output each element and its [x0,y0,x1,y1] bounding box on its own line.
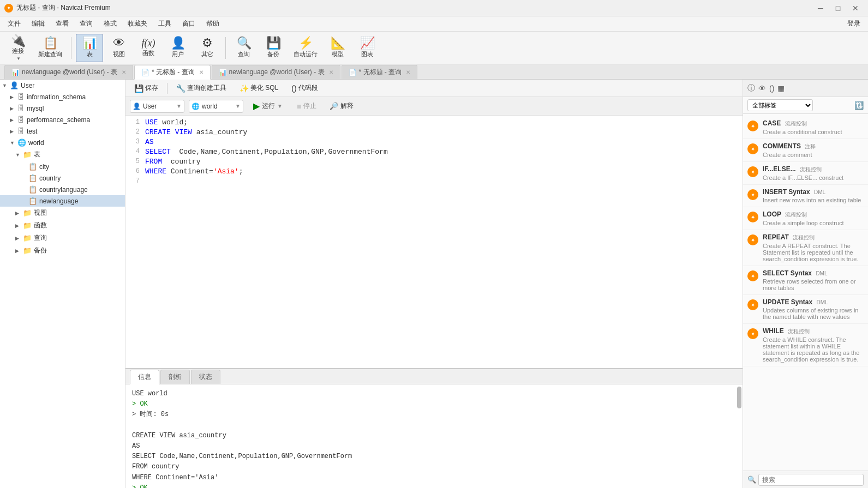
query-build-button[interactable]: 🔧 查询创建工具 [172,82,231,94]
result-tab-profile[interactable]: 剖析 [160,370,190,384]
toolbar-backup[interactable]: 💾 备份 [260,34,287,62]
minimize-button[interactable]: ─ [812,2,829,15]
tab-1-close[interactable]: ✕ [199,69,203,75]
snippet-loop-text: LOOP 流程控制 Create a simple loop construct [763,210,864,226]
db-world-label: world [202,103,218,110]
explain-button[interactable]: 🔎 解释 [325,100,358,112]
toolbar-connect[interactable]: 🔌 连接 ▼ [4,34,32,62]
sidebar-item-mysql[interactable]: ▶ 🗄 mysql [0,103,125,114]
sidebar-item-queries-folder[interactable]: ▶ 📁 查询 [0,232,125,244]
toolbar-chart[interactable]: 📈 图表 [354,34,381,62]
sidebar-item-user[interactable]: ▼ 👤 User [0,80,125,91]
sidebar-item-world[interactable]: ▼ 🌐 world [0,137,125,148]
snippet-case[interactable]: ✦ CASE 流程控制 Create a conditional constru… [743,116,868,139]
tab-1[interactable]: 📄 * 无标题 - 查询 ✕ [134,65,211,80]
views-expand: ▶ [15,210,21,216]
eye-icon[interactable]: 👁 [758,84,766,93]
result-tab-info[interactable]: 信息 [130,370,159,384]
parentheses-icon[interactable]: () [769,84,774,93]
beautify-button[interactable]: ✨ 美化 SQL [235,82,283,94]
result-line-2: > OK [132,399,729,409]
sql-editor-content[interactable]: 1 USE world; 2 CREATE VIEW asia_country … [125,116,743,189]
menu-query[interactable]: 查询 [74,17,98,31]
toolbar-query[interactable]: 🔍 查询 [230,34,258,62]
menu-edit[interactable]: 编辑 [26,17,50,31]
snippet-comments[interactable]: ✦ COMMENTS 注释 Create a comment [743,139,868,162]
sidebar-item-performance-schema[interactable]: ▶ 🗄 performance_schema [0,114,125,125]
snippet-update[interactable]: ✦ UPDATE Syntax DML Updates columns of e… [743,295,868,324]
toolbar-table[interactable]: 📊 表 [76,34,103,62]
sidebar-queries-label: 查询 [34,233,47,243]
filter-toggle-icon[interactable]: 🔃 [854,101,864,110]
toolbar-divider-2 [225,37,226,59]
sidebar-item-views-folder[interactable]: ▶ 📁 视图 [0,207,125,219]
snippet-repeat[interactable]: ✦ REPEAT 流程控制 Create A REPEAT construct.… [743,230,868,266]
toolbar-new-query[interactable]: 📋 新建查询 [34,34,67,62]
login-button[interactable]: 登录 [842,17,866,31]
toolbar-view[interactable]: 👁 视图 [105,34,133,62]
toolbar-function[interactable]: f(x) 函数 [135,34,162,62]
countrylanguage-table-icon: 📋 [28,185,37,194]
menu-help[interactable]: 帮助 [201,17,225,31]
db-select-user[interactable]: 👤 User ▼ [130,100,184,113]
stop-button[interactable]: ■ 停止 [292,100,321,112]
snippet-loop[interactable]: ✦ LOOP 流程控制 Create a simple loop constru… [743,207,868,230]
tab-2[interactable]: 📊 newlanguage @world (User) - 表 ✕ [212,65,340,79]
other-label: 其它 [201,50,213,58]
menu-format[interactable]: 格式 [98,17,122,31]
tab-0[interactable]: 📊 newlanguage @world (User) - 表 ✕ [4,65,133,79]
snippet-ifelse[interactable]: ✦ IF...ELSE... 流程控制 Create a IF...ELSE..… [743,162,868,185]
right-panel-search: 🔍 [743,471,868,488]
menu-favorites[interactable]: 收藏夹 [122,17,153,31]
toolbar-autorun[interactable]: ⚡ 自动运行 [289,34,322,62]
table-view-icon[interactable]: ▦ [777,84,785,93]
result-line-10: > OK [132,483,729,488]
snippet-insert[interactable]: ✦ INSERT Syntax DML Insert new rows into… [743,185,868,207]
maximize-button[interactable]: □ [830,2,846,15]
menu-file[interactable]: 文件 [2,17,26,31]
search-input[interactable] [758,474,864,486]
mysql-expand: ▶ [10,106,15,111]
close-button[interactable]: ✕ [847,2,864,15]
snippet-select[interactable]: ✦ SELECT Syntax DML Retrieve rows select… [743,266,868,295]
sql-editor[interactable]: 1 USE world; 2 CREATE VIEW asia_country … [125,116,743,368]
sidebar-item-city[interactable]: 📋 city [0,161,125,172]
tab-3-close[interactable]: ✕ [406,69,410,75]
sidebar-item-backups-folder[interactable]: ▶ 📁 备份 [0,244,125,257]
toolbar-user[interactable]: 👤 用户 [164,34,191,62]
sidebar-item-country[interactable]: 📋 country [0,172,125,184]
run-button[interactable]: ▶ 运行 ▼ [248,99,288,113]
sidebar-item-tables-folder[interactable]: ▼ 📁 表 [0,148,125,161]
sidebar-item-countrylanguage[interactable]: 📋 countrylanguage [0,184,125,195]
result-tab-status[interactable]: 状态 [191,370,220,384]
db-select-world[interactable]: 🌐 world ▼ [189,100,243,113]
tab-2-close[interactable]: ✕ [329,69,333,75]
toolbar-other[interactable]: ⚙ 其它 [194,34,221,62]
sql-line-4: 4 SELECT Code,Name,Continent,Population,… [125,147,743,157]
country-table-icon: 📋 [28,174,37,182]
connect-icon: 🔌 [11,35,26,47]
snippet-while[interactable]: ✦ WHILE 流程控制 Create a WHILE construct. T… [743,324,868,366]
table-icon: 📊 [82,37,97,49]
window-controls[interactable]: ─ □ ✕ [812,2,864,15]
menu-view[interactable]: 查看 [50,17,74,31]
sidebar-item-information-schema[interactable]: ▶ 🗄 information_schema [0,91,125,103]
menu-window[interactable]: 窗口 [177,17,201,31]
code-snippet-button[interactable]: () 代码段 [287,82,322,94]
chart-label: 图表 [361,50,373,58]
main-area: ▼ 👤 User ▶ 🗄 information_schema ▶ 🗄 mysq… [0,80,868,488]
snippet-comments-icon: ✦ [747,143,758,154]
filter-select[interactable]: 全部标签 [747,99,813,111]
tab-0-close[interactable]: ✕ [122,69,126,75]
sidebar-item-functions-folder[interactable]: ▶ 📁 函数 [0,219,125,232]
function-icon: f(x) [142,38,155,48]
result-scroll-thumb[interactable] [737,387,741,408]
menu-tools[interactable]: 工具 [153,17,177,31]
result-scrollbar[interactable] [736,384,743,488]
info-icon[interactable]: ⓘ [747,83,755,93]
sidebar-item-newlanguage[interactable]: 📋 newlanguage [0,195,125,207]
sidebar-item-test[interactable]: ▶ 🗄 test [0,125,125,137]
toolbar-model[interactable]: 📐 模型 [324,34,351,62]
save-button[interactable]: 💾 保存 [130,82,163,94]
tab-3[interactable]: 📄 * 无标题 - 查询 ✕ [342,65,418,79]
